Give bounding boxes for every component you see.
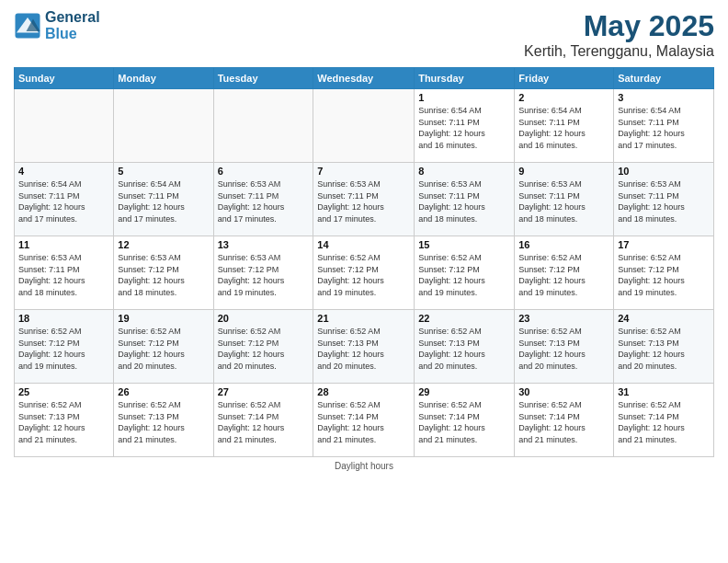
day-info: Sunrise: 6:52 AM Sunset: 7:12 PM Dayligh… [518,252,609,298]
day-number: 27 [218,386,310,397]
calendar-day-cell: 4Sunrise: 6:54 AM Sunset: 7:11 PM Daylig… [15,163,114,236]
calendar-header-cell: Sunday [15,68,114,89]
day-info: Sunrise: 6:53 AM Sunset: 7:11 PM Dayligh… [518,178,609,224]
calendar-day-cell: 7Sunrise: 6:53 AM Sunset: 7:11 PM Daylig… [313,163,415,236]
title-block: May 2025 Kertih, Terengganu, Malaysia [524,9,714,60]
calendar-week-row: 4Sunrise: 6:54 AM Sunset: 7:11 PM Daylig… [15,163,714,236]
calendar-day-cell: 19Sunrise: 6:52 AM Sunset: 7:12 PM Dayli… [114,310,213,384]
day-info: Sunrise: 6:54 AM Sunset: 7:11 PM Dayligh… [518,105,609,151]
day-number: 24 [618,313,710,324]
day-info: Sunrise: 6:53 AM Sunset: 7:11 PM Dayligh… [18,252,109,298]
calendar-day-cell: 8Sunrise: 6:53 AM Sunset: 7:11 PM Daylig… [415,163,515,236]
day-number: 13 [218,239,310,250]
day-info: Sunrise: 6:52 AM Sunset: 7:13 PM Dayligh… [418,326,510,372]
logo: General Blue [14,9,100,42]
calendar-day-cell: 3Sunrise: 6:54 AM Sunset: 7:11 PM Daylig… [614,89,714,163]
day-info: Sunrise: 6:53 AM Sunset: 7:12 PM Dayligh… [118,252,209,298]
day-info: Sunrise: 6:52 AM Sunset: 7:12 PM Dayligh… [118,326,209,372]
day-number: 30 [518,386,609,397]
day-number: 23 [518,313,609,324]
calendar-day-cell: 22Sunrise: 6:52 AM Sunset: 7:13 PM Dayli… [415,310,515,384]
day-number: 21 [317,313,410,324]
day-number: 31 [618,386,710,397]
day-info: Sunrise: 6:53 AM Sunset: 7:12 PM Dayligh… [218,252,310,298]
day-info: Sunrise: 6:54 AM Sunset: 7:11 PM Dayligh… [418,105,510,151]
day-info: Sunrise: 6:53 AM Sunset: 7:11 PM Dayligh… [618,178,710,224]
calendar-header-cell: Thursday [415,68,515,89]
day-info: Sunrise: 6:53 AM Sunset: 7:11 PM Dayligh… [218,178,310,224]
calendar-day-cell [313,89,415,163]
calendar-header-cell: Wednesday [313,68,415,89]
calendar-day-cell: 17Sunrise: 6:52 AM Sunset: 7:12 PM Dayli… [614,236,714,310]
calendar-day-cell: 31Sunrise: 6:52 AM Sunset: 7:14 PM Dayli… [614,384,714,457]
day-info: Sunrise: 6:52 AM Sunset: 7:13 PM Dayligh… [18,399,109,445]
calendar-day-cell: 11Sunrise: 6:53 AM Sunset: 7:11 PM Dayli… [15,236,114,310]
day-number: 8 [418,166,510,177]
calendar-day-cell: 20Sunrise: 6:52 AM Sunset: 7:12 PM Dayli… [213,310,313,384]
day-info: Sunrise: 6:52 AM Sunset: 7:13 PM Dayligh… [317,326,410,372]
day-number: 10 [618,166,710,177]
calendar-day-cell: 26Sunrise: 6:52 AM Sunset: 7:13 PM Dayli… [114,384,213,457]
calendar-day-cell [114,89,213,163]
calendar-header-cell: Tuesday [213,68,313,89]
day-info: Sunrise: 6:53 AM Sunset: 7:11 PM Dayligh… [418,178,510,224]
day-info: Sunrise: 6:52 AM Sunset: 7:12 PM Dayligh… [317,252,410,298]
day-number: 5 [118,166,209,177]
day-number: 4 [18,166,109,177]
day-number: 16 [518,239,609,250]
location-title: Kertih, Terengganu, Malaysia [524,43,714,60]
day-number: 3 [618,92,710,103]
day-info: Sunrise: 6:54 AM Sunset: 7:11 PM Dayligh… [118,178,209,224]
logo-icon [14,12,41,40]
calendar-header-row: SundayMondayTuesdayWednesdayThursdayFrid… [15,68,714,89]
calendar-week-row: 18Sunrise: 6:52 AM Sunset: 7:12 PM Dayli… [15,310,714,384]
page: General Blue May 2025 Kertih, Terengganu… [0,0,728,563]
day-info: Sunrise: 6:52 AM Sunset: 7:12 PM Dayligh… [618,252,710,298]
calendar-day-cell: 21Sunrise: 6:52 AM Sunset: 7:13 PM Dayli… [313,310,415,384]
day-number: 17 [618,239,710,250]
calendar-day-cell: 24Sunrise: 6:52 AM Sunset: 7:13 PM Dayli… [614,310,714,384]
calendar-week-row: 1Sunrise: 6:54 AM Sunset: 7:11 PM Daylig… [15,89,714,163]
day-number: 22 [418,313,510,324]
calendar-header-cell: Saturday [614,68,714,89]
day-info: Sunrise: 6:52 AM Sunset: 7:14 PM Dayligh… [218,399,310,445]
calendar-day-cell: 2Sunrise: 6:54 AM Sunset: 7:11 PM Daylig… [515,89,614,163]
calendar-day-cell: 10Sunrise: 6:53 AM Sunset: 7:11 PM Dayli… [614,163,714,236]
day-number: 11 [18,239,109,250]
day-number: 25 [18,386,109,397]
calendar-day-cell: 23Sunrise: 6:52 AM Sunset: 7:13 PM Dayli… [515,310,614,384]
calendar-day-cell: 15Sunrise: 6:52 AM Sunset: 7:12 PM Dayli… [415,236,515,310]
calendar-day-cell [15,89,114,163]
day-number: 6 [218,166,310,177]
day-info: Sunrise: 6:52 AM Sunset: 7:13 PM Dayligh… [618,326,710,372]
day-number: 26 [118,386,209,397]
day-info: Sunrise: 6:52 AM Sunset: 7:14 PM Dayligh… [618,399,710,445]
calendar-day-cell: 30Sunrise: 6:52 AM Sunset: 7:14 PM Dayli… [515,384,614,457]
day-info: Sunrise: 6:54 AM Sunset: 7:11 PM Dayligh… [618,105,710,151]
month-title: May 2025 [524,9,714,43]
header: General Blue May 2025 Kertih, Terengganu… [14,9,714,60]
day-info: Sunrise: 6:52 AM Sunset: 7:14 PM Dayligh… [317,399,410,445]
calendar-day-cell: 18Sunrise: 6:52 AM Sunset: 7:12 PM Dayli… [15,310,114,384]
footer: Daylight hours [14,461,714,471]
day-number: 9 [518,166,609,177]
day-number: 7 [317,166,410,177]
day-info: Sunrise: 6:52 AM Sunset: 7:12 PM Dayligh… [218,326,310,372]
calendar: SundayMondayTuesdayWednesdayThursdayFrid… [14,67,714,457]
day-info: Sunrise: 6:52 AM Sunset: 7:14 PM Dayligh… [518,399,609,445]
logo-text: General Blue [45,9,100,42]
calendar-day-cell: 14Sunrise: 6:52 AM Sunset: 7:12 PM Dayli… [313,236,415,310]
day-number: 1 [418,92,510,103]
day-info: Sunrise: 6:52 AM Sunset: 7:13 PM Dayligh… [518,326,609,372]
footer-text: Daylight hours [335,461,393,471]
calendar-day-cell: 28Sunrise: 6:52 AM Sunset: 7:14 PM Dayli… [313,384,415,457]
calendar-week-row: 25Sunrise: 6:52 AM Sunset: 7:13 PM Dayli… [15,384,714,457]
day-number: 28 [317,386,410,397]
day-info: Sunrise: 6:52 AM Sunset: 7:13 PM Dayligh… [118,399,209,445]
day-info: Sunrise: 6:52 AM Sunset: 7:12 PM Dayligh… [418,252,510,298]
calendar-week-row: 11Sunrise: 6:53 AM Sunset: 7:11 PM Dayli… [15,236,714,310]
calendar-day-cell: 29Sunrise: 6:52 AM Sunset: 7:14 PM Dayli… [415,384,515,457]
calendar-day-cell: 12Sunrise: 6:53 AM Sunset: 7:12 PM Dayli… [114,236,213,310]
calendar-header-cell: Monday [114,68,213,89]
calendar-day-cell: 16Sunrise: 6:52 AM Sunset: 7:12 PM Dayli… [515,236,614,310]
